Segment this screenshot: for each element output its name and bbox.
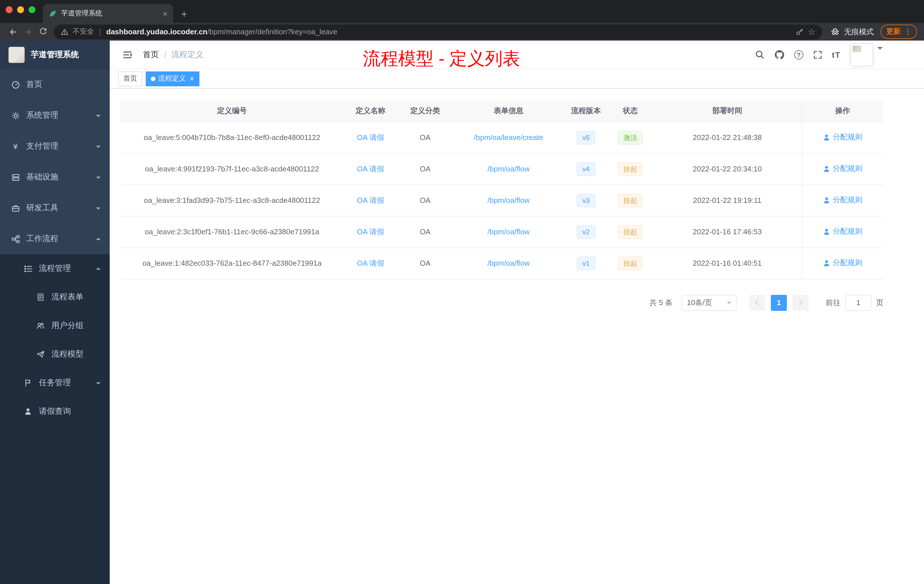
form-link[interactable]: /bpm/oa/flow [487,196,530,205]
page-size-select[interactable]: 10条/页 [682,295,737,310]
sidebar-item-home[interactable]: 首页 [0,69,110,100]
assign-rule-link[interactable]: 分配规则 [823,164,863,174]
table-header-row: 定义编号 定义名称 定义分类 表单信息 流程版本 状态 部署时间 操作 [120,101,883,122]
definition-table: 定义编号 定义名称 定义分类 表单信息 流程版本 状态 部署时间 操作 oa_l [120,101,883,279]
help-icon[interactable]: ? [794,50,804,59]
window-close-button[interactable] [6,6,13,13]
form-link[interactable]: /bpm/oa/leave/create [474,133,543,142]
password-key-icon[interactable] [795,27,804,36]
goto-label: 前往 [826,297,841,308]
version-badge: v4 [577,162,595,176]
browser-tab[interactable]: 芋道管理系统 × [43,4,173,23]
browser-chrome: 芋道管理系统 × + 不安全 | dashboard.yudao.iocoder [0,0,924,41]
goto-page-input[interactable] [845,295,871,310]
column-header: 操作 [802,101,883,122]
definition-name-link[interactable]: OA 请假 [357,196,384,204]
page-content: 定义编号 定义名称 定义分类 表单信息 流程版本 状态 部署时间 操作 oa_l [110,89,924,584]
definition-name-link[interactable]: OA 请假 [357,259,384,267]
current-page-button[interactable]: 1 [771,295,787,310]
sidebar-item-process-model[interactable]: 流程模型 [0,340,110,369]
user-icon [823,228,831,236]
update-button[interactable]: 更新 [881,25,917,39]
address-bar[interactable]: 不安全 | dashboard.yudao.iocoder.cn/bpm/man… [54,24,822,39]
search-icon[interactable] [755,50,765,59]
form-link[interactable]: /bpm/oa/flow [487,228,530,236]
sidebar-logo[interactable]: 芋道管理系统 [0,41,110,69]
status-badge: 挂起 [618,256,643,270]
column-header: 状态 [607,101,653,122]
chevron-down-icon [96,382,101,386]
forward-button[interactable] [21,24,35,39]
status-badge: 挂起 [618,162,643,176]
sidebar-item-dev-tools[interactable]: 研发工具 [0,193,110,223]
column-header: 定义分类 [398,101,452,122]
form-link[interactable]: /bpm/oa/flow [487,165,530,173]
form-link[interactable]: /bpm/oa/flow [487,259,530,267]
tab-close-icon[interactable]: × [163,10,167,17]
goto-unit-label: 页 [876,297,883,308]
user-icon [823,165,831,173]
assign-rule-link[interactable]: 分配规则 [823,258,863,268]
menu-dots-icon [904,28,911,35]
cell-deploy-time: 2022-01-16 17:46:53 [653,216,802,247]
sidebar-item-label: 请假查询 [39,406,71,417]
sidebar-item-process-form[interactable]: 流程表单 [0,283,110,312]
breadcrumb-current: 流程定义 [172,49,203,60]
chevron-down-icon [96,207,101,212]
sidebar-item-label: 流程管理 [39,264,71,274]
window-zoom-button[interactable] [28,6,35,13]
bookmark-star-icon[interactable]: ☆ [808,27,815,36]
table-row: oa_leave:3:1fad3d93-7b75-11ec-a3c8-acde4… [120,185,883,216]
sidebar-item-task-management[interactable]: 任务管理 [0,369,110,397]
chevron-down-icon [96,176,101,181]
sidebar-item-workflow[interactable]: 工作流程 [0,223,110,254]
column-header: 定义名称 [343,101,398,122]
app-navbar: 首页 / 流程定义 ? tT [110,41,924,69]
assign-rule-link[interactable]: 分配规则 [823,195,863,205]
reload-button[interactable] [35,24,50,39]
prev-page-button[interactable] [749,295,765,310]
pagination-total: 共 5 条 [649,297,673,308]
tag-close-icon[interactable]: × [190,75,194,82]
assign-rule-link[interactable]: 分配规则 [823,226,863,237]
tab-title: 芋道管理系统 [61,8,158,18]
version-badge: v2 [577,225,595,239]
sidebar-item-system[interactable]: 系统管理 [0,100,110,131]
url-host: dashboard.yudao.iocoder.cn [106,27,208,36]
breadcrumb-home[interactable]: 首页 [143,49,159,60]
next-page-button[interactable] [792,295,808,310]
tag-process-definition[interactable]: 流程定义 × [146,71,199,86]
tab-favicon-leaf-icon [49,10,56,17]
assign-rule-link[interactable]: 分配规则 [823,132,863,143]
definition-name-link[interactable]: OA 请假 [357,164,384,173]
sidebar-item-label: 流程模型 [51,349,83,360]
sidebar-item-process-management[interactable]: 流程管理 [0,254,110,283]
tag-home[interactable]: 首页 [118,71,142,86]
window-minimize-button[interactable] [17,6,24,13]
sidebar-item-user-group[interactable]: 用户分组 [0,312,110,340]
breadcrumb: 首页 / 流程定义 [143,49,203,60]
sidebar-item-payment[interactable]: ¥ 支付管理 [0,131,110,162]
user-avatar[interactable] [850,43,873,66]
workflow-icon [11,234,20,243]
gear-icon [11,111,20,120]
user-menu[interactable] [850,43,883,66]
fullscreen-icon[interactable] [813,50,822,59]
cell-deploy-time: 2022-01-16 01:40:51 [653,247,802,279]
chevron-right-icon [797,300,803,305]
sidebar-item-leave-query[interactable]: 请假查询 [0,397,110,426]
font-size-icon[interactable]: tT [832,50,841,59]
person-icon [23,407,33,416]
definition-name-link[interactable]: OA 请假 [357,133,384,142]
cell-definition-id: oa_leave:4:991f2193-7b7f-11ec-a3c8-acde4… [120,153,343,185]
definition-name-link[interactable]: OA 请假 [357,227,384,236]
new-tab-button[interactable]: + [181,9,187,20]
github-icon[interactable] [774,49,785,60]
back-button[interactable] [6,24,21,39]
sidebar-item-label: 用户分组 [51,320,83,331]
sidebar-item-infrastructure[interactable]: 基础设施 [0,162,110,193]
cell-definition-id: oa_leave:3:1fad3d93-7b75-11ec-a3c8-acde4… [120,185,343,216]
table-row: oa_leave:4:991f2193-7b7f-11ec-a3c8-acde4… [120,153,883,185]
hamburger-icon[interactable] [118,49,138,60]
cell-deploy-time: 2022-01-22 21:48:38 [653,122,802,153]
